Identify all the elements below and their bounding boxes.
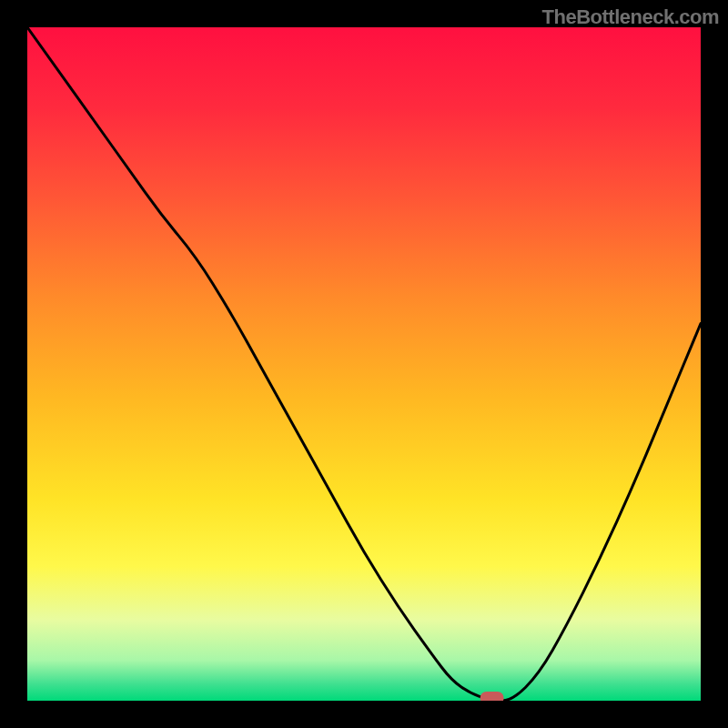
gradient-background xyxy=(27,27,701,701)
plot-svg xyxy=(27,27,701,701)
watermark-text: TheBottleneck.com xyxy=(542,5,719,29)
chart-frame: TheBottleneck.com xyxy=(0,0,728,728)
plot-area xyxy=(27,27,701,701)
optimal-marker xyxy=(480,692,504,701)
